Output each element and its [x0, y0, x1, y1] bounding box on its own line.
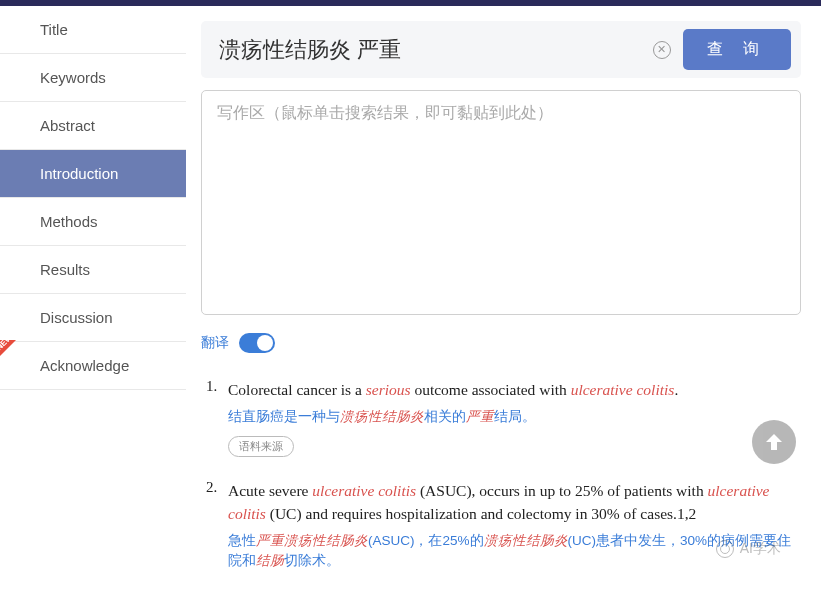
nav-title[interactable]: Title	[0, 6, 186, 54]
writing-area-placeholder: 写作区（鼠标单击搜索结果，即可黏贴到此处）	[217, 103, 785, 124]
wechat-icon	[716, 540, 734, 558]
translate-label: 翻译	[201, 334, 229, 352]
translate-toggle[interactable]	[239, 333, 275, 353]
nav-keywords[interactable]: Keywords	[0, 54, 186, 102]
nav-introduction[interactable]: Introduction	[0, 150, 186, 198]
result-item[interactable]: 1. Colorectal cancer is a serious outcom…	[206, 378, 801, 457]
clear-icon[interactable]: ✕	[653, 41, 671, 59]
writing-area[interactable]: 写作区（鼠标单击搜索结果，即可黏贴到此处）	[201, 90, 801, 315]
result-item[interactable]: 2. Acute severe ulcerative colitis (ASUC…	[206, 479, 801, 580]
result-number: 2.	[206, 479, 228, 580]
arrow-up-icon	[762, 430, 786, 454]
scroll-to-top-button[interactable]	[752, 420, 796, 464]
nav-acknowledge-label: Acknowledge	[40, 357, 129, 374]
search-input[interactable]	[211, 33, 653, 67]
result-english: Colorectal cancer is a serious outcome a…	[228, 378, 801, 401]
search-button[interactable]: 查 询	[683, 29, 791, 70]
search-bar: ✕ 查 询	[201, 21, 801, 78]
sidebar: Title Keywords Abstract Introduction Met…	[0, 6, 186, 591]
source-button[interactable]: 语料来源	[228, 436, 294, 457]
results-list: 1. Colorectal cancer is a serious outcom…	[201, 378, 801, 580]
result-number: 1.	[206, 378, 228, 457]
nav-methods[interactable]: Methods	[0, 198, 186, 246]
watermark: AI学术	[716, 540, 781, 558]
result-english: Acute severe ulcerative colitis (ASUC), …	[228, 479, 801, 526]
result-chinese: 结直肠癌是一种与溃疡性结肠炎相关的严重结局。	[228, 407, 801, 427]
translate-row: 翻译	[201, 333, 801, 353]
nav-acknowledge[interactable]: NEW Acknowledge	[0, 342, 186, 390]
nav-discussion[interactable]: Discussion	[0, 294, 186, 342]
nav-abstract[interactable]: Abstract	[0, 102, 186, 150]
watermark-text: AI学术	[740, 540, 781, 558]
main-content: ✕ 查 询 写作区（鼠标单击搜索结果，即可黏贴到此处） 翻译 1. Colore…	[186, 6, 821, 591]
nav-results[interactable]: Results	[0, 246, 186, 294]
